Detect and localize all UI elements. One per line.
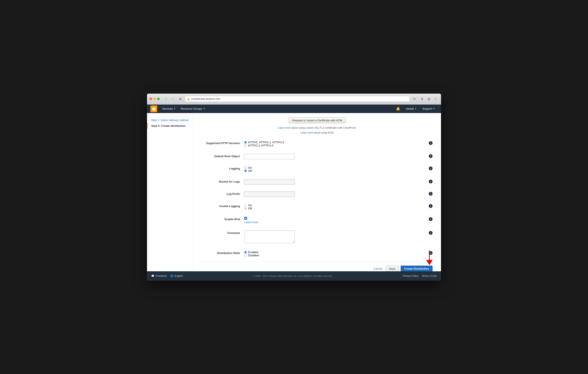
distribution-state-radio-group: Enabled Disabled xyxy=(244,251,426,257)
minimize-button[interactable] xyxy=(153,98,156,100)
bucket-logs-input-wrap xyxy=(244,179,426,185)
ipv6-info[interactable]: i xyxy=(429,217,432,221)
logging-off-radio[interactable] xyxy=(244,170,247,172)
browser-titlebar: ‹ › ⊞ 🔒 console.aws.amazon.com ↻ ⬆ ⊞ + xyxy=(147,94,441,105)
support-label: Support xyxy=(423,107,432,110)
lock-icon: 🔒 xyxy=(187,98,190,100)
http-versions-label: Supported HTTP Versions xyxy=(202,141,244,145)
state-enabled-radio[interactable] xyxy=(244,251,247,254)
state-disabled-radio[interactable] xyxy=(244,254,247,257)
distribution-state-controls: Enabled Disabled i xyxy=(244,251,432,257)
log-prefix-info[interactable]: i xyxy=(429,192,432,196)
default-root-label: Default Root Object xyxy=(202,154,244,158)
cookie-off-text: Off xyxy=(248,207,252,210)
nav-resource-groups-label: Resource Groups xyxy=(181,107,202,110)
back-button[interactable]: Back xyxy=(386,266,399,271)
add-tab-button[interactable]: + xyxy=(432,96,439,101)
logging-on-radio[interactable] xyxy=(244,166,247,169)
acm-button[interactable]: Request or Import a Certificate with ACM xyxy=(289,117,346,123)
language-item[interactable]: 🌐 English xyxy=(170,275,183,278)
footer-left: 💬 Feedback 🌐 English xyxy=(151,275,183,278)
log-prefix-row: Log Prefix i xyxy=(202,190,432,199)
forward-nav-button[interactable]: › xyxy=(170,96,176,101)
state-disabled-text: Disabled xyxy=(248,254,259,257)
logging-label: Logging xyxy=(202,166,244,170)
notifications-button[interactable]: 🔔 xyxy=(394,105,402,113)
bucket-logs-info[interactable]: i xyxy=(429,180,432,183)
logging-on-text: On xyxy=(248,166,252,169)
browser-actions: ⬆ ⊞ + xyxy=(419,96,439,101)
http-option1-label[interactable]: HTTP/2, HTTP/1.1, HTTP/1.0 xyxy=(244,141,426,144)
default-root-info[interactable]: i xyxy=(429,154,432,158)
nav-services-label: Services xyxy=(162,107,173,110)
log-prefix-input[interactable] xyxy=(244,192,295,197)
default-root-input[interactable] xyxy=(244,154,295,159)
cookie-on-label[interactable]: On xyxy=(244,204,426,207)
share-button[interactable]: ⬆ xyxy=(419,96,425,101)
cookie-off-label[interactable]: Off xyxy=(244,207,426,210)
sidebar-item-step2[interactable]: Step 2: Create distribution xyxy=(147,123,193,129)
support-caret: ▼ xyxy=(433,107,435,110)
ipv6-checkbox[interactable] xyxy=(244,217,247,220)
comment-info[interactable]: i xyxy=(429,231,432,235)
terms-of-use-link[interactable]: Terms of Use xyxy=(422,275,437,278)
footer-copyright: © 2008 - 2017, Amazon Web Services, Inc.… xyxy=(186,275,399,277)
back-nav-button[interactable]: ‹ xyxy=(163,96,169,101)
aws-navbar: ▣ Services ▼ Resource Groups ▼ 🔔 Global … xyxy=(147,105,441,113)
logging-off-label[interactable]: Off xyxy=(244,169,426,172)
resource-groups-caret: ▼ xyxy=(203,107,205,110)
cookie-on-radio[interactable] xyxy=(244,204,247,207)
bucket-logs-input[interactable] xyxy=(244,179,295,185)
learn-more-ssl-link[interactable]: Learn more xyxy=(278,126,291,129)
logging-radio-group: On Off xyxy=(244,166,426,172)
feedback-item[interactable]: 💬 Feedback xyxy=(151,275,167,278)
action-bar-wrapper: Cancel Back Create Distribution xyxy=(202,262,432,271)
cookie-logging-row: Cookie Logging On Off xyxy=(202,202,432,212)
bucket-logs-controls: i xyxy=(244,179,432,185)
cookie-off-radio[interactable] xyxy=(244,207,247,210)
address-bar[interactable]: 🔒 console.aws.amazon.com xyxy=(185,96,410,102)
learn-more-acm-link[interactable]: Learn more xyxy=(300,131,313,134)
sidebar-item-step1[interactable]: Step 1: Select delivery method xyxy=(147,117,193,123)
http-versions-info[interactable]: i xyxy=(429,141,432,145)
logging-on-label[interactable]: On xyxy=(244,166,426,169)
nav-global[interactable]: Global ▼ xyxy=(403,105,419,113)
aws-logo-icon: ▣ xyxy=(152,107,156,111)
english-label: English xyxy=(175,275,183,278)
globe-icon: 🌐 xyxy=(170,275,173,278)
svg-marker-1 xyxy=(426,260,432,265)
cookie-logging-info[interactable]: i xyxy=(429,204,432,208)
main-layout: Step 1: Select delivery method Step 2: C… xyxy=(147,113,441,271)
acm-button-row: Request or Import a Certificate with ACM xyxy=(202,117,432,123)
http-versions-radio-group: HTTP/2, HTTP/1.1, HTTP/1.0 HTTP/1.1, HTT… xyxy=(244,141,426,147)
tab-view-button[interactable]: ⊞ xyxy=(178,96,183,101)
http-option2-label[interactable]: HTTP/1.1, HTTP/1.0 xyxy=(244,144,426,147)
nav-support[interactable]: Support ▼ xyxy=(420,105,438,113)
nav-services[interactable]: Services ▼ xyxy=(160,105,178,113)
privacy-policy-link[interactable]: Privacy Policy xyxy=(403,275,419,278)
state-enabled-label[interactable]: Enabled xyxy=(244,251,426,254)
new-tab-button[interactable]: ⊞ xyxy=(426,96,432,101)
http-option2-text: HTTP/1.1, HTTP/1.0 xyxy=(248,144,273,147)
ipv6-learn-more-link[interactable]: Learn more xyxy=(244,221,258,224)
content-area: Request or Import a Certificate with ACM… xyxy=(193,113,441,271)
red-arrow xyxy=(424,249,435,267)
cookie-on-text: On xyxy=(248,204,252,207)
feedback-icon: 💬 xyxy=(151,275,154,278)
state-disabled-label[interactable]: Disabled xyxy=(244,254,426,257)
log-prefix-input-wrap xyxy=(244,192,426,197)
maximize-button[interactable] xyxy=(157,98,160,100)
logging-info[interactable]: i xyxy=(429,167,432,170)
nav-resource-groups[interactable]: Resource Groups ▼ xyxy=(178,105,208,113)
global-caret: ▼ xyxy=(415,107,417,110)
http-option2-radio[interactable] xyxy=(244,144,247,147)
default-root-row: Default Root Object i xyxy=(202,152,432,161)
ipv6-label: Enable IPv6 xyxy=(202,217,244,221)
reload-button[interactable]: ↻ xyxy=(411,96,417,101)
ipv6-checkbox-wrap xyxy=(244,217,426,220)
comment-textarea[interactable] xyxy=(244,231,295,243)
http-option1-radio[interactable] xyxy=(244,141,247,144)
cookie-logging-controls: On Off i xyxy=(244,204,432,210)
cancel-button[interactable]: Cancel xyxy=(372,266,384,271)
close-button[interactable] xyxy=(149,98,152,100)
